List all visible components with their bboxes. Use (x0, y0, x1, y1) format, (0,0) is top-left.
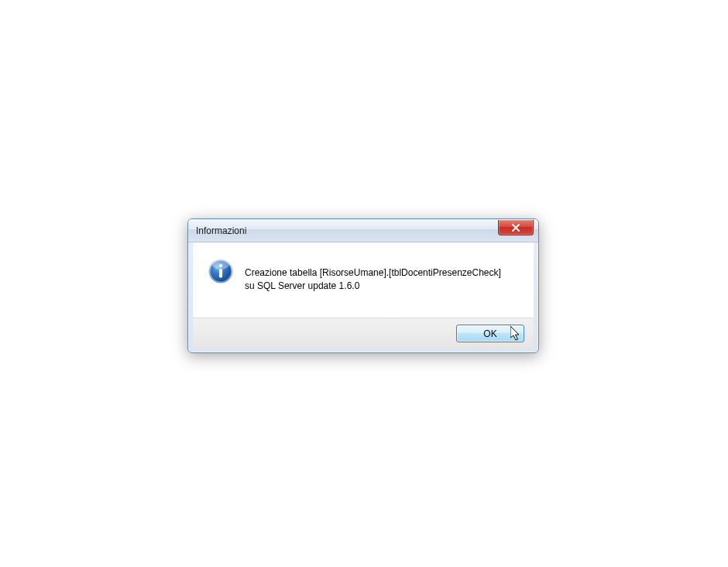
ok-button[interactable]: OK (456, 325, 524, 342)
close-button[interactable] (498, 220, 534, 235)
svg-point-3 (219, 264, 222, 267)
dialog-body: Creazione tabella [RisorseUmane].[tblDoc… (193, 242, 534, 318)
dialog-message: Creazione tabella [RisorseUmane].[tblDoc… (245, 266, 501, 291)
svg-rect-4 (219, 269, 222, 277)
close-icon (511, 223, 520, 232)
info-icon (208, 258, 234, 284)
info-dialog: Informazioni (187, 218, 539, 353)
dialog-title: Informazioni (196, 225, 246, 236)
titlebar[interactable]: Informazioni (188, 219, 538, 242)
dialog-footer: OK (193, 318, 534, 349)
